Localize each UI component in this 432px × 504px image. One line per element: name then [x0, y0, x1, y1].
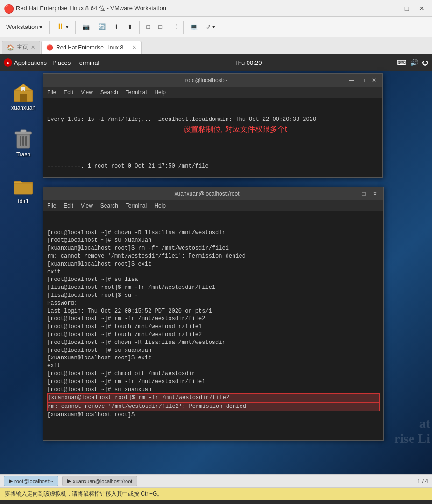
- terminal-2-line-3: rm: cannot remove '/mnt/westosdir/file1'…: [47, 252, 380, 260]
- rhel-places-menu[interactable]: Places: [52, 59, 71, 66]
- annotation-text-1: 设置粘制位, 对应文件权限多个t: [184, 124, 287, 134]
- revert-button[interactable]: 🔄: [95, 20, 109, 35]
- terminal-2-menu-file[interactable]: File: [47, 203, 56, 209]
- terminal-1-close[interactable]: ✕: [369, 77, 379, 84]
- terminal-2-menu-help[interactable]: Help: [154, 203, 166, 209]
- suspend-icon: ⬇: [114, 23, 119, 30]
- terminal-1-menu-file[interactable]: File: [47, 89, 56, 96]
- toolbar-separator-1: [49, 21, 50, 34]
- tab-home[interactable]: 🏠 主页 ✕: [2, 41, 40, 54]
- title-bar: 🔴 Red Hat Enterprise Linux 8 64 位 - VMwa…: [0, 0, 432, 17]
- status-tab-xuanxuan[interactable]: ▶ xuanxuan@localhost:/root: [62, 476, 137, 486]
- toolbar-separator-4: [183, 21, 184, 34]
- terminal-1-controls: — □ ✕: [347, 77, 379, 84]
- terminal-2-minimize[interactable]: —: [348, 190, 357, 197]
- desktop-icon-xuanxuan[interactable]: xuanxuan: [5, 80, 42, 111]
- power-button[interactable]: ⬆: [124, 20, 136, 35]
- svg-rect-9: [21, 130, 26, 133]
- terminal-icon-1: ▶: [9, 478, 13, 484]
- terminal-2-menu-edit[interactable]: Edit: [64, 203, 73, 209]
- terminal-1-maximize[interactable]: □: [358, 77, 368, 84]
- workstation-menu-button[interactable]: Workstation ▾: [3, 20, 46, 35]
- terminal-2-line-17: exit: [47, 362, 380, 370]
- watermark-line1: at: [394, 416, 430, 431]
- pause-button[interactable]: ⏸ ▾: [53, 20, 72, 35]
- view-options-button[interactable]: ⤢ ▾: [203, 20, 219, 35]
- toolbar: Workstation ▾ ⏸ ▾ 📷 🔄 ⬇ ⬆ □ □ ⛶ 💻 ⤢ ▾: [0, 17, 432, 37]
- terminal-2-menu-view[interactable]: View: [81, 203, 93, 209]
- maximize-button[interactable]: □: [400, 4, 413, 13]
- fit-guest-button[interactable]: □: [143, 20, 153, 35]
- terminal-1-line-1: [47, 139, 379, 147]
- workstation-label: Workstation: [6, 23, 38, 30]
- terminal-1-menu-view[interactable]: View: [81, 89, 93, 96]
- console-view-button[interactable]: 💻: [187, 20, 201, 35]
- network-icon: ⌨: [397, 59, 406, 66]
- rhel-app-launcher[interactable]: ● Applications: [4, 58, 47, 67]
- hint-bar: 要将输入定向到该虚拟机，请将鼠标指针移入其中或按 Ctrl+G。: [0, 487, 432, 500]
- terminal-2-menu-search[interactable]: Search: [100, 203, 118, 209]
- snapshot-button[interactable]: 📷: [79, 20, 93, 35]
- terminal-1-title: root@localhost:~: [66, 77, 347, 84]
- terminal-2-line-23: [xuanxuan@localhost root]$: [47, 411, 380, 419]
- status-tab-root[interactable]: ▶ root@localhost:~: [4, 476, 58, 486]
- terminal-window-1[interactable]: root@localhost:~ — □ ✕ File Edit View Se…: [43, 73, 383, 178]
- terminal-window-2[interactable]: xuanxuan@localhost:/root — □ ✕ File Edit…: [43, 187, 384, 441]
- terminal-1-menu-search[interactable]: Search: [100, 89, 118, 96]
- rhel-terminal-menu[interactable]: Terminal: [76, 59, 99, 66]
- tab-rhel-close[interactable]: ✕: [132, 44, 136, 50]
- terminal-2-controls: — □ ✕: [348, 190, 380, 197]
- view-options-icon: ⤢: [206, 23, 211, 30]
- desktop-icon-tdir1[interactable]: tdir1: [5, 174, 42, 204]
- terminal-2-menubar: File Edit View Search Terminal Help: [43, 200, 383, 211]
- terminal-2-line-14: [root@localhost ~]# chown -R lisa:lisa /…: [47, 339, 380, 347]
- xuanxuan-label: xuanxuan: [11, 105, 35, 111]
- tabs-bar: 🏠 主页 ✕ 🔴 Red Hat Enterprise Linux 8 ... …: [0, 37, 432, 54]
- hint-text: 要将输入定向到该虚拟机，请将鼠标指针移入其中或按 Ctrl+G。: [5, 490, 163, 498]
- terminal-label: Terminal: [76, 59, 99, 66]
- terminal-2-line-22: rm: cannot remove '/mnt/westosdir/file2'…: [47, 402, 380, 411]
- svg-rect-2: [20, 94, 27, 102]
- tab-rhel[interactable]: 🔴 Red Hat Enterprise Linux 8 ... ✕: [41, 41, 142, 54]
- terminal-2-title: xuanxuan@localhost:/root: [66, 190, 348, 197]
- trash-label: Trash: [16, 151, 30, 158]
- status-tab-root-label: root@localhost:~: [14, 478, 53, 484]
- terminal-2-line-18: [root@localhost ~]# chmod o+t /mnt/westo…: [47, 370, 380, 378]
- window-controls: — □ ✕: [385, 4, 428, 13]
- xuanxuan-folder-icon: [12, 80, 35, 103]
- desktop-icon-trash[interactable]: Trash: [5, 127, 42, 158]
- app-icon: 🔴: [4, 4, 13, 13]
- terminal-1-menu-terminal[interactable]: Terminal: [126, 89, 147, 96]
- applications-label: Applications: [14, 59, 47, 66]
- terminal-2-maximize[interactable]: □: [359, 190, 368, 197]
- revert-icon: 🔄: [98, 23, 106, 30]
- close-button[interactable]: ✕: [415, 4, 428, 13]
- terminal-2-line-19: [root@localhost ~]# rm -fr /mnt/westosdi…: [47, 378, 380, 386]
- svg-rect-6: [22, 136, 24, 146]
- places-label: Places: [52, 59, 71, 66]
- home-icon: 🏠: [7, 44, 14, 51]
- terminal-2-close[interactable]: ✕: [370, 190, 380, 197]
- tab-home-close[interactable]: ✕: [31, 44, 35, 50]
- terminal-1-minimize[interactable]: —: [347, 77, 356, 84]
- full-screen-button[interactable]: ⛶: [167, 20, 180, 35]
- rhel-desktop-bar: ● Applications Places Terminal Thu 00:20…: [0, 54, 432, 71]
- window-title: Red Hat Enterprise Linux 8 64 位 - VMware…: [16, 4, 385, 13]
- full-screen-icon: ⛶: [170, 23, 177, 30]
- terminal-1-menu-edit[interactable]: Edit: [64, 89, 73, 96]
- terminal-2-menu-terminal[interactable]: Terminal: [126, 203, 147, 209]
- suspend-button[interactable]: ⬇: [111, 20, 122, 35]
- terminal-2-line-9: Password:: [47, 300, 380, 308]
- power-on-icon: ⬆: [127, 23, 133, 30]
- power-menu-icon[interactable]: ⏻: [422, 59, 428, 66]
- terminal-2-content: [root@localhost ~]# chown -R lisa:lisa /…: [43, 211, 383, 440]
- redhat-icon: ●: [4, 58, 12, 67]
- minimize-button[interactable]: —: [385, 4, 398, 13]
- terminal-2-line-8: [lisa@localhost root]$ su -: [47, 292, 380, 300]
- unity-button[interactable]: □: [155, 20, 165, 35]
- terminal-1-menu-help[interactable]: Help: [154, 89, 166, 96]
- terminal-2-titlebar: xuanxuan@localhost:/root — □ ✕: [43, 187, 383, 200]
- toolbar-separator-3: [139, 21, 140, 34]
- tdir1-label: tdir1: [18, 198, 28, 204]
- vm-screen[interactable]: ● Applications Places Terminal Thu 00:20…: [0, 54, 432, 474]
